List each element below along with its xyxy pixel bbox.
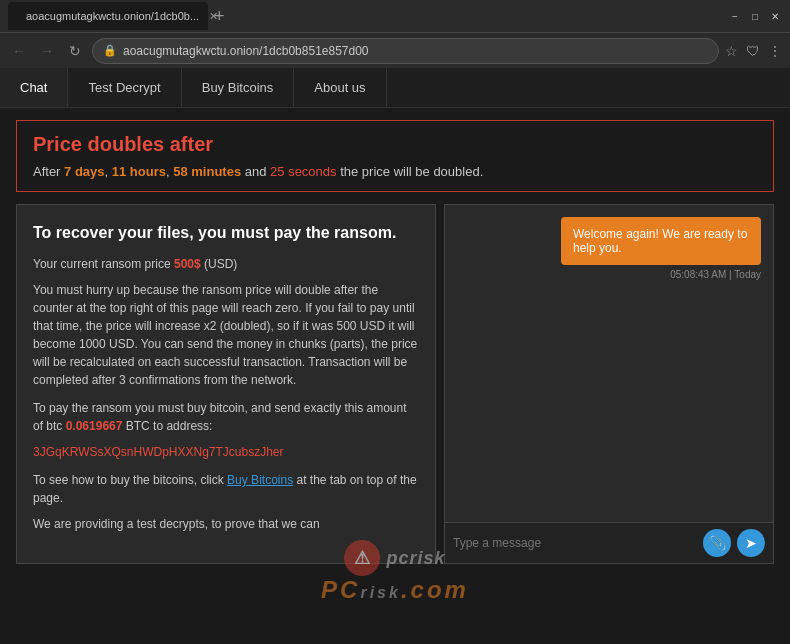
ransom-price-line: Your current ransom price 500$ (USD) bbox=[33, 255, 419, 273]
chat-input[interactable] bbox=[453, 536, 697, 550]
tab-about-us[interactable]: About us bbox=[294, 68, 386, 107]
star-icon[interactable]: ☆ bbox=[725, 43, 738, 59]
chat-input-row: 📎 ➤ bbox=[445, 522, 773, 563]
window-controls: − □ ✕ bbox=[728, 9, 782, 23]
chat-panel: Welcome again! We are ready to help you.… bbox=[444, 204, 774, 564]
ransom-address: 3JGqKRWSsXQsnHWDpHXXNg7TJcubszJher bbox=[33, 443, 419, 461]
minutes-highlight: 58 minutes bbox=[173, 164, 241, 179]
ransom-btc: 0.0619667 bbox=[66, 419, 123, 433]
browser-tab[interactable]: aoacugmutagkwctu.onion/1dcb0b... ✕ bbox=[8, 2, 208, 30]
watermark-pctext: pcrisk bbox=[386, 548, 445, 569]
menu-icon[interactable]: ⋮ bbox=[768, 43, 782, 59]
nav-tabs: Chat Test Decrypt Buy Bitcoins About us bbox=[0, 68, 790, 108]
price-alert-title: Price doubles after bbox=[33, 133, 757, 156]
price-alert: Price doubles after After 7 days, 11 hou… bbox=[16, 120, 774, 192]
chat-timestamp: 05:08:43 AM | Today bbox=[670, 269, 761, 280]
page-content: Chat Test Decrypt Buy Bitcoins About us … bbox=[0, 68, 790, 644]
send-button[interactable]: ➤ bbox=[737, 529, 765, 557]
tab-chat[interactable]: Chat bbox=[0, 68, 68, 107]
forward-button[interactable]: → bbox=[36, 40, 58, 62]
hours-highlight: 11 hours bbox=[112, 164, 166, 179]
maximize-button[interactable]: □ bbox=[748, 9, 762, 23]
watermark: ⚠ pcrisk PCrisk.com bbox=[321, 540, 469, 604]
watermark-icon: ⚠ bbox=[344, 540, 380, 576]
buy-bitcoins-link[interactable]: Buy Bitcoins bbox=[227, 473, 293, 487]
close-button[interactable]: ✕ bbox=[768, 9, 782, 23]
reload-button[interactable]: ↻ bbox=[64, 40, 86, 62]
ransom-price: 500$ bbox=[174, 257, 201, 271]
seconds-highlight: 25 seconds bbox=[270, 164, 337, 179]
watermark-site: PCrisk.com bbox=[321, 576, 469, 604]
address-field[interactable]: 🔒 aoacugmutagkwctu.onion/1dcb0b851e857d0… bbox=[92, 38, 719, 64]
tab-title: aoacugmutagkwctu.onion/1dcb0b... bbox=[26, 10, 199, 22]
ransom-body1: You must hurry up because the ransom pri… bbox=[33, 281, 419, 389]
ransom-title: To recover your files, you must pay the … bbox=[33, 221, 419, 245]
new-tab-button[interactable]: + bbox=[214, 6, 225, 27]
chat-bubble: Welcome again! We are ready to help you. bbox=[561, 217, 761, 265]
main-area: To recover your files, you must pay the … bbox=[16, 204, 774, 564]
lock-icon: 🔒 bbox=[103, 44, 117, 57]
ransom-body3: To see how to buy the bitcoins, click Bu… bbox=[33, 471, 419, 507]
toolbar-icons: ☆ 🛡 ⋮ bbox=[725, 43, 782, 59]
ransom-body4: We are providing a test decrypts, to pro… bbox=[33, 515, 419, 533]
watermark-logo: ⚠ pcrisk bbox=[344, 540, 445, 576]
tab-test-decrypt[interactable]: Test Decrypt bbox=[68, 68, 181, 107]
chat-message-item: Welcome again! We are ready to help you.… bbox=[457, 217, 761, 280]
ransom-panel: To recover your files, you must pay the … bbox=[16, 204, 436, 564]
address-bar-row: ← → ↻ 🔒 aoacugmutagkwctu.onion/1dcb0b851… bbox=[0, 32, 790, 68]
tab-buy-bitcoins[interactable]: Buy Bitcoins bbox=[182, 68, 295, 107]
price-alert-text: After 7 days, 11 hours, 58 minutes and 2… bbox=[33, 164, 757, 179]
url-text: aoacugmutagkwctu.onion/1dcb0b851e857d00 bbox=[123, 44, 369, 58]
ransom-body2: To pay the ransom you must buy bitcoin, … bbox=[33, 399, 419, 435]
attach-button[interactable]: 📎 bbox=[703, 529, 731, 557]
days-highlight: 7 days bbox=[64, 164, 104, 179]
titlebar: aoacugmutagkwctu.onion/1dcb0b... ✕ + − □… bbox=[0, 0, 790, 32]
chat-messages: Welcome again! We are ready to help you.… bbox=[445, 205, 773, 522]
back-button[interactable]: ← bbox=[8, 40, 30, 62]
minimize-button[interactable]: − bbox=[728, 9, 742, 23]
shield-icon[interactable]: 🛡 bbox=[746, 43, 760, 59]
tab-bar: aoacugmutagkwctu.onion/1dcb0b... ✕ + bbox=[8, 2, 716, 30]
